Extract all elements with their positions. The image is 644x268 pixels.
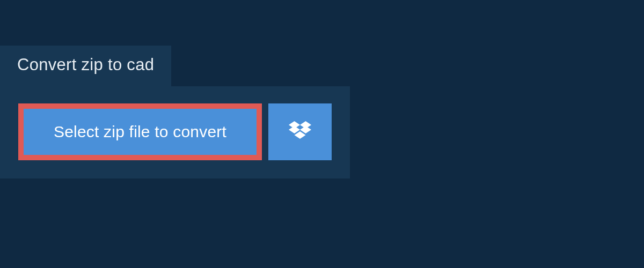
dropbox-icon [289, 121, 311, 143]
dropbox-button[interactable] [268, 103, 332, 160]
tab-convert[interactable]: Convert zip to cad [0, 46, 171, 86]
upload-panel: Select zip file to convert [0, 86, 350, 178]
select-file-button[interactable]: Select zip file to convert [18, 103, 262, 160]
